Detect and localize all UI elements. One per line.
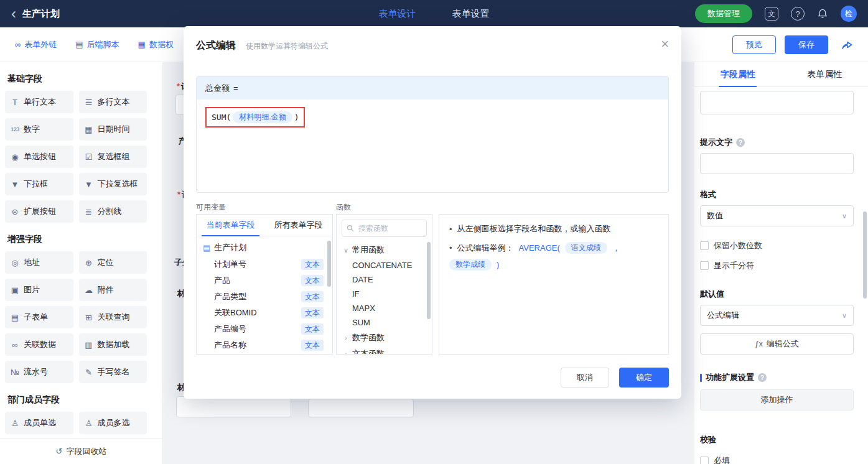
function-item[interactable]: IF xyxy=(337,287,432,301)
help-text: 公式编辑举例： xyxy=(457,243,514,254)
toolbar-item-backend-script[interactable]: ▤ 后端脚本 xyxy=(75,39,119,50)
field-button-relation-data[interactable]: ∞关联数据 xyxy=(5,333,73,356)
panel-scrollbar[interactable] xyxy=(863,211,867,299)
example-close-paren: ) xyxy=(497,260,499,269)
formula-input-area[interactable]: SUM( 材料明细.金额 ) xyxy=(197,100,668,135)
field-button-dropdown-checkbox[interactable]: ▼下拉复选框 xyxy=(79,173,147,195)
field-button-dropdown[interactable]: ▼下拉框 xyxy=(5,173,73,195)
function-item[interactable]: MAPX xyxy=(337,301,432,315)
field-button-member-single[interactable]: ♙成员单选 xyxy=(5,412,73,434)
question-icon[interactable]: ? xyxy=(758,373,767,382)
tab-form-design[interactable]: 表单设计 xyxy=(379,8,416,20)
question-icon[interactable]: ? xyxy=(736,138,745,147)
formula-editor-dialog: 公式编辑 使用数学运算符编辑公式 × 总金额 = SUM( 材料明细.金额 ) … xyxy=(184,26,681,399)
toolbar-item-form-external-link[interactable]: ∞ 表单外链 xyxy=(15,39,57,50)
formula-function: SUM( xyxy=(212,113,231,122)
field-button-number[interactable]: 123数字 xyxy=(5,118,73,141)
var-field-row[interactable]: 关联BOMID文本 xyxy=(197,305,332,321)
default-value-select[interactable]: 公式编辑 ∨ xyxy=(700,305,854,326)
var-field-row[interactable]: 计划单号文本 xyxy=(197,256,332,272)
type-tag: 文本 xyxy=(301,340,324,351)
type-tag: 文本 xyxy=(301,291,324,302)
field-chip[interactable]: 材料明细.金额 xyxy=(233,111,292,123)
function-group-math[interactable]: › 数学函数 xyxy=(337,330,432,346)
function-item[interactable]: DATE xyxy=(337,272,432,287)
var-field-row[interactable]: 产品类型文本 xyxy=(197,289,332,305)
field-button-subform[interactable]: ▤子表单 xyxy=(5,306,73,328)
field-button-extend[interactable]: ⊜扩展按钮 xyxy=(5,200,73,223)
variables-tree-root[interactable]: ▤ 生产计划 xyxy=(197,236,332,256)
field-button-single-text[interactable]: T单行文本 xyxy=(5,91,73,113)
field-button-serial-number[interactable]: №流水号 xyxy=(5,361,73,383)
group-label: 数学函数 xyxy=(352,332,385,343)
var-field-row[interactable]: 产品编号文本 xyxy=(197,321,332,337)
functions-scrollbar[interactable] xyxy=(427,242,431,319)
var-field-row[interactable]: 产品名称文本 xyxy=(197,337,332,353)
type-tag: 文本 xyxy=(301,307,324,318)
required-checkbox[interactable]: 必填 xyxy=(700,455,854,464)
help-icon[interactable]: ? xyxy=(791,7,805,21)
tab-all-form-fields[interactable]: 所有表单字段 xyxy=(264,215,332,236)
toolbar-actions: 预览 保存 xyxy=(732,35,853,54)
add-action-button[interactable]: 添加操作 xyxy=(700,389,854,411)
format-select[interactable]: 数值 ∨ xyxy=(700,205,854,226)
dialog-footer: 取消 确定 xyxy=(561,368,669,387)
fx-icon: ƒx xyxy=(755,340,763,348)
calendar-icon: ▦ xyxy=(84,125,94,134)
tab-field-properties[interactable]: 字段属性 xyxy=(694,62,782,86)
back-icon[interactable]: ‹ xyxy=(11,7,16,21)
checkbox-icon xyxy=(700,241,709,250)
field-button-attachment[interactable]: ☁附件 xyxy=(79,279,147,301)
avatar[interactable]: 检 xyxy=(841,6,857,22)
field-button-signature[interactable]: ✎手写签名 xyxy=(79,361,147,383)
keep-decimal-checkbox[interactable]: 保留小数位数 xyxy=(700,240,854,251)
example-function: AVERAGE( xyxy=(519,243,560,253)
tab-form-settings[interactable]: 表单设置 xyxy=(452,8,490,20)
tab-current-form-fields[interactable]: 当前表单字段 xyxy=(197,215,264,236)
field-button-radio-group[interactable]: ◉单选按钮 xyxy=(5,146,73,168)
var-field-row[interactable]: 产品文本 xyxy=(197,272,332,289)
canvas-input-box[interactable] xyxy=(176,396,291,417)
field-button-image[interactable]: ▣图片 xyxy=(5,279,73,301)
edit-formula-button[interactable]: ƒx 编辑公式 xyxy=(700,333,854,355)
field-button-relation-query[interactable]: ⊞关联查询 xyxy=(79,306,147,328)
field-button-member-multi[interactable]: ♙成员多选 xyxy=(79,412,147,434)
root-label: 生产计划 xyxy=(214,242,246,253)
function-item[interactable]: CONCATENATE xyxy=(337,258,432,272)
confirm-button[interactable]: 确定 xyxy=(619,368,669,387)
field-button-multi-text[interactable]: ☰多行文本 xyxy=(79,91,147,113)
section-title-enhanced-fields: 增强字段 xyxy=(7,234,147,245)
save-button[interactable]: 保存 xyxy=(785,35,828,54)
search-functions-input[interactable] xyxy=(342,220,427,237)
data-manage-button[interactable]: 数据管理 xyxy=(695,4,752,23)
hint-text-input[interactable] xyxy=(700,153,854,174)
toolbar-item-data-permission[interactable]: ▦ 数据权 xyxy=(138,39,174,50)
field-label: 单选按钮 xyxy=(24,151,56,162)
checkbox-label: 必填 xyxy=(714,455,730,464)
share-icon[interactable] xyxy=(841,39,853,50)
signature-icon: ✎ xyxy=(84,368,94,377)
field-button-address[interactable]: ◎地址 xyxy=(5,251,73,274)
field-button-checkbox-group[interactable]: ☑复选框组 xyxy=(79,146,147,168)
bell-icon[interactable] xyxy=(817,8,828,19)
thousand-separator-checkbox[interactable]: 显示千分符 xyxy=(700,260,854,271)
tab-form-properties[interactable]: 表单属性 xyxy=(782,62,868,86)
field-button-location[interactable]: ⊕定位 xyxy=(79,251,147,274)
divider-icon: ≣ xyxy=(84,207,94,216)
cancel-button[interactable]: 取消 xyxy=(561,368,609,387)
formula-target: 总金额 xyxy=(205,83,230,94)
function-group-text[interactable]: › 文本函数 xyxy=(337,346,432,355)
preview-button[interactable]: 预览 xyxy=(732,35,776,54)
function-item[interactable]: SUM xyxy=(337,315,432,330)
close-icon[interactable]: × xyxy=(661,39,669,50)
field-recycle-bin[interactable]: ↺ 字段回收站 xyxy=(0,438,162,464)
field-button-datetime[interactable]: ▦日期时间 xyxy=(79,118,147,141)
field-button-data-load[interactable]: ▥数据加载 xyxy=(79,333,147,356)
field-description-input[interactable] xyxy=(700,91,854,114)
functions-label: 函数 xyxy=(336,202,351,213)
language-icon[interactable]: 文 xyxy=(765,7,778,21)
function-group-common[interactable]: ∨ 常用函数 xyxy=(337,242,432,258)
field-button-divider[interactable]: ≣分割线 xyxy=(79,200,147,223)
variables-scrollbar[interactable] xyxy=(327,241,331,287)
canvas-input-box[interactable] xyxy=(308,399,414,417)
